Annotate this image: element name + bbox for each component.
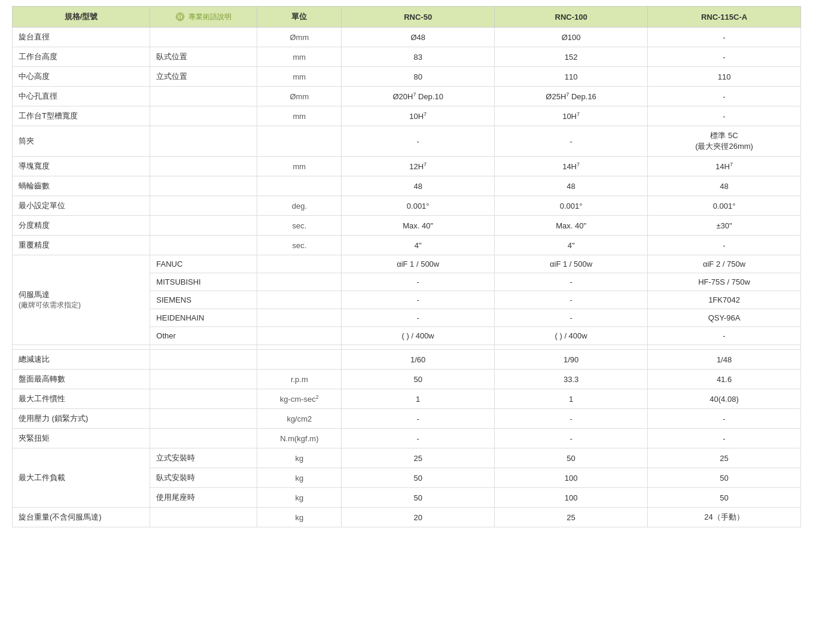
spec-cell: 伺服馬達(廠牌可依需求指定) <box>13 255 150 345</box>
value-cell-rnc115: ±30" <box>648 216 801 236</box>
value-cell-rnc100: 1 <box>495 389 648 409</box>
unit-cell: mm <box>257 67 342 87</box>
value-cell-rnc50: 50 <box>342 488 495 508</box>
value-cell-rnc100: 110 <box>495 67 648 87</box>
value-cell-rnc100: 10H7 <box>495 106 648 126</box>
sub-cell <box>150 216 257 236</box>
value-cell-rnc100: 50 <box>495 448 648 468</box>
value-cell-rnc115: 24（手動） <box>648 508 801 527</box>
table-row: 伺服馬達(廠牌可依需求指定)FANUCαiF 1 / 500wαiF 1 / 5… <box>13 255 801 273</box>
value-cell-rnc50: 1 <box>342 389 495 409</box>
unit-cell: kg <box>257 448 342 468</box>
table-row: 最大工件負載立式安裝時kg255025 <box>13 448 801 468</box>
unit-cell: r.p.m <box>257 370 342 389</box>
value-cell-rnc100: 0.001° <box>495 196 648 216</box>
table-row: 分度精度sec.Max. 40"Max. 40"±30" <box>13 216 801 236</box>
value-cell-rnc50: - <box>342 409 495 429</box>
table-row: 工作台高度臥式位置mm83152- <box>13 47 801 67</box>
spec-cell: 最大工件負載 <box>13 448 150 508</box>
value-cell-rnc100: 14H7 <box>495 157 648 176</box>
value-cell-rnc115: 14H7 <box>648 157 801 176</box>
value-cell-rnc100: Ø100 <box>495 28 648 47</box>
unit-cell: Ømm <box>257 87 342 106</box>
header-pro-term[interactable]: ⓘ 專業術語說明 <box>150 7 257 28</box>
unit-cell <box>257 327 342 345</box>
sub-cell <box>150 157 257 176</box>
value-cell-rnc115: 25 <box>648 448 801 468</box>
unit-cell <box>257 126 342 157</box>
table-row: 中心高度立式位置mm80110110 <box>13 67 801 87</box>
table-row: 筒夾--標準 5C(最大夾徑26mm) <box>13 126 801 157</box>
unit-cell: kg-cm-sec2 <box>257 389 342 409</box>
value-cell-rnc100: Ø25H7 Dep.16 <box>495 87 648 106</box>
value-cell-rnc115: 1FK7042 <box>648 291 801 309</box>
main-container: 規格/型號 ⓘ 專業術語說明 單位 RNC-50 RNC-100 RNC-115… <box>0 0 813 533</box>
value-cell-rnc50: 50 <box>342 468 495 488</box>
value-cell-rnc50: - <box>342 309 495 327</box>
value-cell-rnc50: 20 <box>342 508 495 527</box>
unit-cell: kg/cm2 <box>257 409 342 429</box>
value-cell-rnc100: 1/90 <box>495 350 648 370</box>
sub-cell <box>150 350 257 370</box>
table-row: 旋台重量(不含伺服馬達)kg202524（手動） <box>13 508 801 527</box>
table-row: 旋台直徑ØmmØ48Ø100- <box>13 28 801 47</box>
value-cell-rnc115: 50 <box>648 468 801 488</box>
value-cell-rnc115: 1/48 <box>648 350 801 370</box>
unit-cell: mm <box>257 106 342 126</box>
value-cell-rnc100: 100 <box>495 468 648 488</box>
value-cell-rnc50: Ø48 <box>342 28 495 47</box>
value-cell-rnc50: 25 <box>342 448 495 468</box>
table-header-row: 規格/型號 ⓘ 專業術語說明 單位 RNC-50 RNC-100 RNC-115… <box>13 7 801 28</box>
table-row: 盤面最高轉數r.p.m5033.341.6 <box>13 370 801 389</box>
value-cell-rnc115: - <box>648 28 801 47</box>
spec-cell: 盤面最高轉數 <box>13 370 150 389</box>
unit-cell <box>257 255 342 273</box>
value-cell-rnc115: - <box>648 409 801 429</box>
sub-cell: 使用尾座時 <box>150 488 257 508</box>
value-cell-rnc100: 100 <box>495 488 648 508</box>
value-cell-rnc50: - <box>342 126 495 157</box>
header-rnc100: RNC-100 <box>495 7 648 28</box>
sub-cell: Other <box>150 327 257 345</box>
value-cell-rnc115: 41.6 <box>648 370 801 389</box>
value-cell-rnc100: 152 <box>495 47 648 67</box>
spec-cell: 蝸輪齒數 <box>13 176 150 196</box>
sub-cell <box>150 236 257 255</box>
unit-cell: kg <box>257 468 342 488</box>
value-cell-rnc100: - <box>495 409 648 429</box>
sub-cell <box>150 196 257 216</box>
value-cell-rnc50: ( ) / 400w <box>342 327 495 345</box>
value-cell-rnc115: αiF 2 / 750w <box>648 255 801 273</box>
unit-cell: Ømm <box>257 28 342 47</box>
unit-cell: kg <box>257 488 342 508</box>
value-cell-rnc115: - <box>648 47 801 67</box>
unit-cell: mm <box>257 47 342 67</box>
value-cell-rnc50: 0.001° <box>342 196 495 216</box>
spec-cell: 筒夾 <box>13 126 150 157</box>
unit-cell <box>257 273 342 291</box>
sub-cell: MITSUBISHI <box>150 273 257 291</box>
value-cell-rnc50: - <box>342 291 495 309</box>
spec-cell: 導塊寬度 <box>13 157 150 176</box>
table-row: 重覆精度sec.4"4"- <box>13 236 801 255</box>
info-icon: ⓘ <box>176 13 184 21</box>
sub-cell: 立式安裝時 <box>150 448 257 468</box>
spec-cell: 分度精度 <box>13 216 150 236</box>
value-cell-rnc115: 40(4.08) <box>648 389 801 409</box>
table-row: 導塊寬度mm12H714H714H7 <box>13 157 801 176</box>
unit-cell <box>257 309 342 327</box>
sub-cell <box>150 126 257 157</box>
unit-cell <box>257 176 342 196</box>
value-cell-rnc50: 80 <box>342 67 495 87</box>
sub-cell: 臥式位置 <box>150 47 257 67</box>
value-cell-rnc100: - <box>495 309 648 327</box>
spec-cell: 中心孔直徑 <box>13 87 150 106</box>
value-cell-rnc50: 4" <box>342 236 495 255</box>
sub-cell: SIEMENS <box>150 291 257 309</box>
value-cell-rnc100: 48 <box>495 176 648 196</box>
spec-cell: 最大工件慣性 <box>13 389 150 409</box>
table-row: 中心孔直徑ØmmØ20H7 Dep.10Ø25H7 Dep.16- <box>13 87 801 106</box>
unit-cell <box>257 350 342 370</box>
unit-cell: kg <box>257 508 342 527</box>
unit-cell: mm <box>257 157 342 176</box>
